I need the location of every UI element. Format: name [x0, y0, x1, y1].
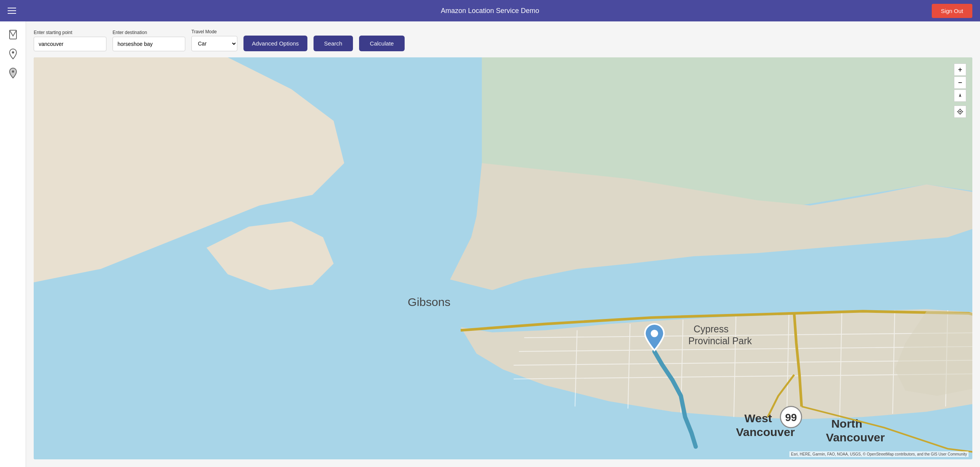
sidebar-icon-location-dest[interactable] — [7, 67, 19, 79]
map-container: 99 Gibsons — [34, 57, 972, 459]
starting-point-group: Enter starting point — [34, 30, 106, 51]
reset-bearing-button[interactable] — [954, 89, 966, 102]
destination-label: Enter destination — [113, 30, 185, 35]
sign-out-button[interactable]: Sign Out — [932, 4, 972, 18]
zoom-out-button[interactable]: − — [954, 76, 966, 89]
sidebar-icon-bookmark[interactable] — [7, 29, 19, 41]
svg-text:Cypress: Cypress — [694, 324, 728, 334]
main-content: Enter starting point Enter destination T… — [26, 21, 980, 467]
travel-mode-group: Travel Mode Car Truck Walking — [191, 29, 237, 51]
controls-bar: Enter starting point Enter destination T… — [34, 29, 972, 51]
svg-point-1 — [12, 51, 14, 54]
map-attribution: Esri, HERE, Garmin, FAO, NOAA, USGS, © O… — [789, 451, 969, 457]
svg-text:West: West — [745, 412, 772, 425]
destination-group: Enter destination — [113, 30, 185, 51]
svg-text:Provincial Park: Provincial Park — [688, 335, 752, 346]
travel-mode-label: Travel Mode — [191, 29, 237, 34]
menu-icon[interactable] — [8, 8, 16, 14]
svg-point-18 — [651, 330, 658, 337]
sidebar-icon-location-start[interactable] — [7, 48, 19, 60]
app-layout: Enter starting point Enter destination T… — [0, 21, 980, 467]
svg-text:Vancouver: Vancouver — [736, 425, 795, 438]
starting-point-input[interactable] — [34, 37, 106, 51]
app-title: Amazon Location Service Demo — [441, 7, 539, 15]
sidebar — [0, 21, 26, 467]
search-button[interactable]: Search — [314, 36, 353, 51]
svg-text:Vancouver: Vancouver — [826, 431, 885, 444]
advanced-options-button[interactable]: Advanced Options — [243, 36, 307, 51]
map-svg: 99 Gibsons — [34, 57, 972, 459]
zoom-in-button[interactable]: + — [954, 63, 966, 76]
svg-text:North: North — [831, 417, 862, 430]
svg-point-2 — [12, 70, 14, 73]
app-header: Amazon Location Service Demo Sign Out — [0, 0, 980, 21]
svg-marker-38 — [959, 93, 961, 97]
svg-text:99: 99 — [785, 412, 797, 423]
calculate-button[interactable]: Calculate — [359, 36, 405, 51]
svg-text:Gibsons: Gibsons — [408, 295, 451, 308]
starting-point-label: Enter starting point — [34, 30, 106, 35]
locate-button[interactable] — [954, 106, 966, 118]
svg-point-40 — [959, 111, 961, 112]
map-controls: + − — [954, 63, 966, 118]
destination-input[interactable] — [113, 37, 185, 51]
travel-mode-select[interactable]: Car Truck Walking — [191, 36, 237, 51]
